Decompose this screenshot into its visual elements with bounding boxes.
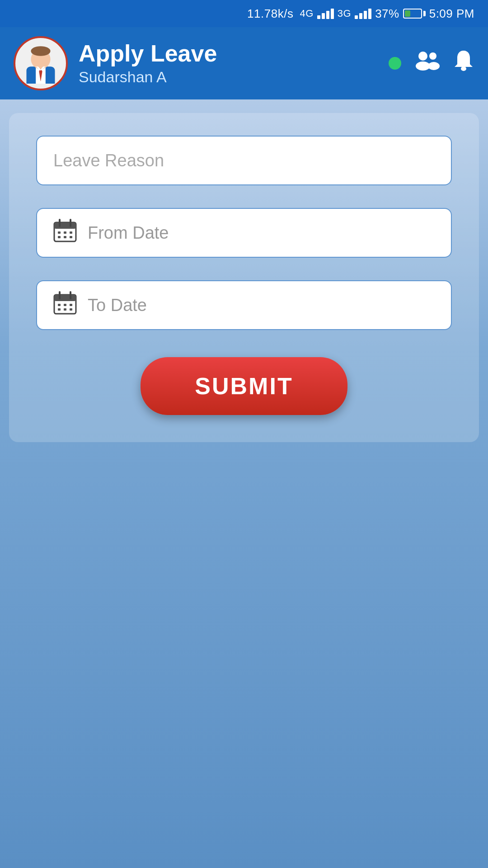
status-bar: 11.78k/s 4G 3G 37% 5:09 PM [0, 0, 488, 27]
submit-container: SUBMIT [36, 357, 452, 415]
svg-point-6 [418, 52, 427, 61]
svg-rect-26 [64, 304, 66, 306]
svg-rect-16 [64, 231, 66, 234]
leave-reason-input[interactable] [53, 151, 435, 170]
svg-rect-19 [64, 236, 66, 238]
battery-icon [403, 9, 426, 19]
svg-rect-20 [70, 236, 72, 238]
signal-bars-2 [355, 9, 371, 19]
main-content: From Date To Date SUBMIT [9, 113, 479, 442]
network-type: 4G [300, 8, 313, 19]
time: 5:09 PM [429, 7, 474, 21]
avatar [14, 36, 68, 90]
network-speed: 11.78k/s [247, 7, 293, 21]
to-date-placeholder: To Date [88, 296, 147, 315]
svg-rect-29 [64, 308, 66, 311]
avatar-svg [20, 43, 61, 84]
svg-rect-22 [54, 295, 76, 301]
svg-rect-30 [70, 308, 72, 311]
battery-percent: 37% [375, 7, 399, 21]
battery-tip [423, 11, 426, 16]
team-icon[interactable] [414, 50, 440, 77]
signal-bars-1 [317, 9, 334, 19]
submit-button[interactable]: SUBMIT [141, 357, 347, 415]
svg-point-10 [461, 66, 466, 71]
svg-rect-28 [58, 308, 61, 311]
app-header: Apply Leave Sudarshan A [0, 27, 488, 99]
svg-rect-27 [70, 304, 72, 306]
svg-rect-12 [54, 222, 76, 229]
svg-point-4 [31, 46, 50, 56]
online-status-dot [389, 57, 401, 70]
header-actions [389, 49, 474, 78]
calendar-icon-from [53, 219, 77, 247]
battery-fill [405, 10, 410, 17]
svg-rect-25 [58, 304, 61, 306]
leave-reason-field[interactable] [36, 136, 452, 185]
svg-point-9 [428, 62, 440, 70]
network-type-3g: 3G [338, 8, 351, 19]
svg-rect-18 [58, 236, 61, 238]
from-date-field[interactable]: From Date [36, 208, 452, 258]
svg-rect-17 [70, 231, 72, 234]
user-name: Sudarshan A [79, 68, 378, 86]
from-date-placeholder: From Date [88, 223, 169, 243]
bell-icon[interactable] [453, 49, 474, 78]
calendar-icon-to [53, 291, 77, 320]
to-date-field[interactable]: To Date [36, 280, 452, 330]
svg-rect-15 [58, 231, 61, 234]
status-icons: 4G 3G 37% 5:09 PM [300, 7, 474, 21]
page-title: Apply Leave [79, 41, 378, 66]
header-title-section: Apply Leave Sudarshan A [79, 41, 378, 86]
svg-point-8 [429, 52, 436, 60]
